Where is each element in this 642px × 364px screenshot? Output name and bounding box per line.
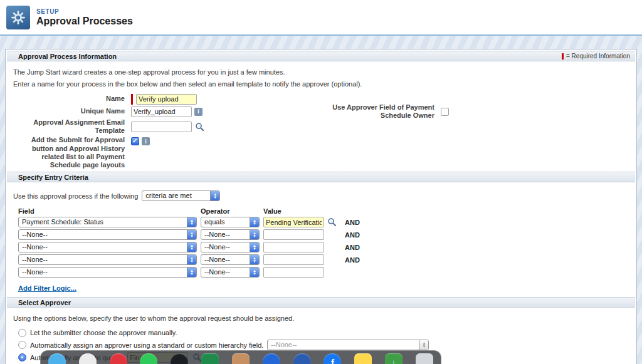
approver-owner-label: Use Approver Field of Payment Schedule O… [320,103,434,120]
criteria-value-input[interactable] [263,217,324,227]
criteria-row: Payment Schedule: Status equals AND [18,217,630,227]
criteria-value-input[interactable] [263,242,324,252]
criteria-operator-value: equals [201,217,250,227]
criteria-field-value: --None-- [19,255,187,264]
dock-icon-spreadsheet[interactable] [201,353,219,364]
approver-owner-checkbox[interactable] [441,108,449,116]
conjunction-label: AND [345,244,360,251]
dock-icon-downloads[interactable]: ↓ [385,353,403,364]
radio-assign-queue[interactable] [18,353,26,361]
criteria-operator-select[interactable]: equals [201,217,260,227]
process-info-form: Name Unique Name Approval Assignment Ema… [12,93,630,169]
email-template-label: Approval Assignment Email Template [12,118,131,135]
criteria-value-input[interactable] [263,254,324,265]
required-bar-icon [131,94,133,105]
required-legend-text: = Required Information [566,53,630,60]
criteria-field-value: --None-- [19,268,187,277]
dock-icon-photos[interactable] [232,353,250,364]
column-field: Field [18,207,201,215]
criteria-operator-value: --None-- [201,242,250,252]
dock-icon-stickies[interactable] [354,353,372,364]
dock-icon-dropbox[interactable] [263,353,280,364]
criteria-operator-value: --None-- [201,268,250,277]
option-label: Let the submitter choose the approver ma… [30,329,177,336]
hierarchy-field-value: --None-- [268,340,419,350]
criteria-value-input[interactable] [263,229,324,240]
radio-hierarchy-field[interactable] [18,341,26,349]
setup-kicker: SETUP [36,8,133,15]
select-stepper-icon [187,255,196,264]
required-mark-icon [562,53,564,60]
dock-icon-github[interactable] [171,353,188,364]
radio-submitter-manual[interactable] [18,329,26,337]
criteria-operator-value: --None-- [201,230,250,239]
lookup-icon[interactable] [327,217,337,227]
criteria-row: --None-- --None-- AND [18,242,630,252]
unique-name-label: Unique Name [12,107,131,115]
select-stepper-icon [187,230,196,239]
gear-icon [11,11,25,24]
criteria-field-select[interactable]: --None-- [18,229,197,240]
approver-option-row: Automatically assign an approver using a… [18,340,630,350]
dock-icon-archive-utility[interactable] [416,353,433,364]
add-submit-checkbox[interactable] [131,137,139,145]
dock-icon-whatsapp[interactable] [140,353,157,364]
select-stepper-icon [250,255,259,264]
conjunction-label: AND [345,256,360,264]
required-legend: = Required Information [562,53,630,60]
setup-header: SETUP Approval Processes [0,0,642,36]
criteria-value-input[interactable] [263,267,324,278]
section2-body: Use this approval process if the followi… [6,182,636,297]
criteria-operator-select[interactable]: --None-- [201,229,260,240]
info-icon[interactable] [142,137,150,145]
section1-title: Approval Process Information [18,53,117,60]
name-input[interactable] [136,94,197,105]
select-stepper-icon [187,242,196,252]
approver-owner-field: Use Approver Field of Payment Schedule O… [320,103,449,120]
dock-icon-facebook[interactable]: f [324,353,341,364]
dock-icon-app-blue[interactable] [293,353,311,364]
section-approval-process-information: Approval Process Information = Required … [7,51,635,61]
conjunction-label: AND [345,219,360,226]
criteria-field-value: Payment Schedule: Status [19,217,187,227]
select-stepper-icon [250,217,259,227]
criteria-operator-select[interactable]: --None-- [201,242,260,252]
column-operator: Operator [201,207,263,215]
criteria-field-value: --None-- [19,242,187,252]
criteria-mode-select[interactable]: criteria are met [142,190,220,201]
select-stepper-icon [250,242,259,252]
select-stepper-icon [187,217,196,227]
select-stepper-icon [210,191,219,200]
criteria-operator-select[interactable]: --None-- [201,267,260,278]
add-submit-label: Add the Submit for Approval button and A… [12,136,131,169]
criteria-operator-select[interactable]: --None-- [201,254,260,265]
approver-intro: Using the options below, specify the use… [13,314,630,323]
info-icon[interactable] [194,108,203,116]
email-template-input[interactable] [131,122,192,132]
approver-option-row: Let the submitter choose the approver ma… [18,328,630,338]
criteria-row: --None-- --None-- AND [18,254,630,265]
unique-name-input[interactable] [131,107,192,117]
criteria-field-value: --None-- [19,230,187,239]
section3-title: Select Approver [18,299,71,306]
criteria-field-select[interactable]: --None-- [18,267,197,278]
criteria-row: --None-- --None-- AND [18,229,630,240]
setup-gear-icon [6,6,30,29]
dock-icon-twitter[interactable] [48,353,66,364]
dock-icon-browser[interactable] [79,353,97,364]
criteria-field-select[interactable]: Payment Schedule: Status [18,217,197,227]
dock-icon-opera[interactable] [110,353,127,364]
criteria-header-row: Field Operator Value [18,207,630,215]
section-specify-entry-criteria: Specify Entry Criteria [7,172,635,182]
criteria-operator-value: --None-- [201,255,250,264]
add-filter-logic-link[interactable]: Add Filter Logic... [18,284,76,292]
hierarchy-field-select[interactable]: --None-- [267,340,429,350]
select-stepper-icon [250,230,259,239]
intro-line-1: The Jump Start wizard creates a one-step… [13,68,630,76]
select-stepper-icon [419,340,428,350]
lookup-icon[interactable] [194,122,204,132]
conjunction-label: AND [345,231,360,239]
criteria-field-select[interactable]: --None-- [18,242,197,252]
criteria-field-select[interactable]: --None-- [18,254,197,265]
select-stepper-icon [250,268,259,277]
